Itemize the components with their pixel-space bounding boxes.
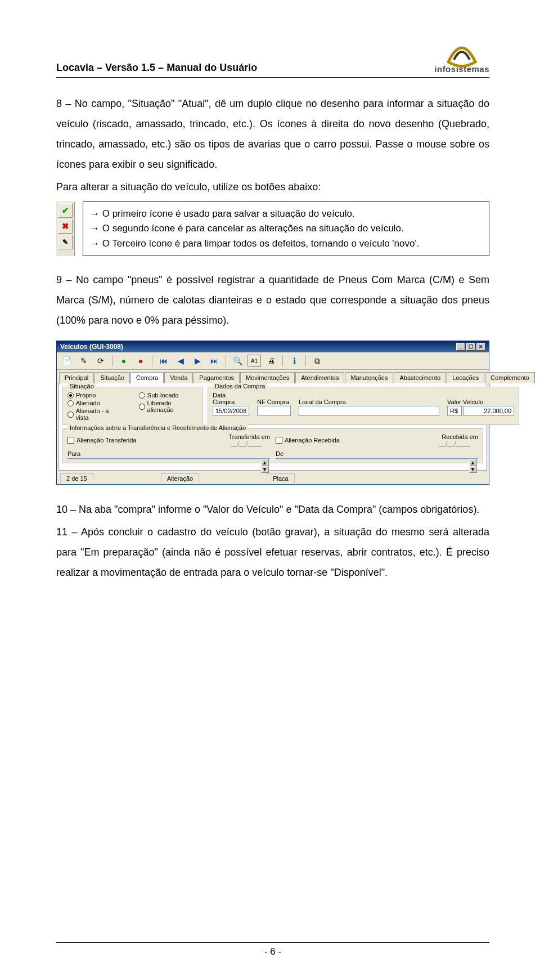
radio-proprio-label: Próprio <box>76 392 96 399</box>
dados-compra-group: Dados da Compra Data Compra 15/02/2008 N… <box>208 387 519 425</box>
valor-veiculo-label: Valor Veículo <box>447 399 514 405</box>
copy-icon[interactable]: ⧉ <box>310 355 324 367</box>
tab-venda[interactable]: Venda <box>164 372 193 383</box>
minimize-button[interactable]: _ <box>456 343 465 351</box>
swirl-icon <box>443 39 481 68</box>
cancel-situation-button[interactable]: ✖ <box>58 219 73 234</box>
record-count: 2 de 15 <box>60 473 93 483</box>
maximize-button[interactable]: ☐ <box>466 343 475 351</box>
de-textarea[interactable]: ▲ ▼ <box>276 458 478 459</box>
paragraph-11: 11 – Após concluir o cadastro do veículo… <box>56 522 489 583</box>
para-textarea[interactable]: ▲ ▼ <box>68 458 270 459</box>
paragraph-8: 8 – No campo, "Situação" "Atual", dê um … <box>56 93 489 174</box>
transferida-em-label: Transferida em <box>228 433 270 440</box>
situacao-group: Situação Próprio Alienado Alienado - à v… <box>62 387 203 425</box>
vehicle-window: Veículos (GUI-3008) _ ☐ ✕ 📄 ✎ ⟳ ● ● ⏮ ◀ … <box>56 341 489 485</box>
tab-body: Situação Próprio Alienado Alienado - à v… <box>58 383 487 471</box>
radio-alienado-label: Alienado <box>76 400 100 406</box>
data-compra-label: Data Compra <box>213 392 249 405</box>
callout-box: → O primeiro ícone é usado para salvar a… <box>83 202 489 256</box>
dados-legend: Dados da Compra <box>213 383 267 390</box>
tab-manutencoes[interactable]: Manutenções <box>345 372 393 383</box>
header-divider <box>56 77 489 78</box>
scroll-up-icon-2[interactable]: ▲ <box>469 459 477 466</box>
radio-liberado[interactable]: Liberado alienação <box>139 400 198 413</box>
record-bar: 2 de 15 Alteração Placa <box>57 472 489 484</box>
window-titlebar: Veículos (GUI-3008) _ ☐ ✕ <box>57 341 489 352</box>
scroll-down-icon-2[interactable]: ▼ <box>469 466 477 473</box>
local-compra-label: Local da Compra <box>299 399 439 405</box>
info-legend: Informações sobre a Transferência e Rece… <box>68 424 248 431</box>
situation-icon-toolbar: ✔ ✖ ✎ <box>56 202 75 256</box>
recebida-em-input[interactable]: __/__/____ <box>439 440 478 447</box>
para-label: Para <box>68 450 270 457</box>
paragraph-8b: Para alterar a situação do veículo, util… <box>56 177 489 197</box>
radio-alienado-avista[interactable]: Alienado - à vista <box>68 408 122 421</box>
radio-alienado-avista-label: Alienado - à vista <box>76 408 122 421</box>
radio-sublocado[interactable]: Sub-locado <box>139 392 198 399</box>
close-button[interactable]: ✕ <box>476 343 485 351</box>
text-tool-icon[interactable]: A1 <box>248 355 261 367</box>
record-alteracao: Alteração <box>161 473 199 483</box>
tab-principal[interactable]: Principal <box>59 372 94 383</box>
radio-sublocado-label: Sub-locado <box>147 392 179 399</box>
print-icon[interactable]: 🖨 <box>264 355 278 367</box>
tab-abastecimento[interactable]: Abastecimento <box>394 372 446 383</box>
tab-pagamentos[interactable]: Pagamentos <box>194 372 240 383</box>
search-icon[interactable]: 🔍 <box>231 355 244 367</box>
record-placa: Placa <box>267 473 295 483</box>
doc-title: Locavia – Versão 1.5 – Manual do Usuário <box>56 62 257 74</box>
valor-veiculo-input[interactable]: 22.000,00 <box>464 406 514 416</box>
info-alienacao-group: Informações sobre a Transferência e Rece… <box>62 428 483 463</box>
valor-prefix: R$ <box>447 406 462 416</box>
callout-line-2: → O segundo ícone é para cancelar as alt… <box>90 221 482 236</box>
cancel-icon[interactable]: ● <box>134 355 147 367</box>
radio-alienado[interactable]: Alienado <box>68 400 122 406</box>
brand-logo: infosistemas <box>434 39 489 74</box>
check-transferida[interactable]: Alienação Transferida <box>68 437 136 444</box>
window-title: Veículos (GUI-3008) <box>60 343 123 351</box>
recebida-em-label: Recebida em <box>442 433 478 440</box>
prev-icon[interactable]: ◀ <box>174 355 187 367</box>
check-transferida-label: Alienação Transferida <box>76 437 136 444</box>
confirm-icon[interactable]: ● <box>117 355 130 367</box>
clear-defects-button[interactable]: ✎ <box>58 235 73 249</box>
scroll-down-icon[interactable]: ▼ <box>261 466 269 473</box>
tab-complemento[interactable]: Complemento <box>485 372 534 383</box>
tab-movimentacoes[interactable]: Movimentações <box>240 372 295 383</box>
refresh-icon[interactable]: ⟳ <box>94 355 107 367</box>
info-icon[interactable]: ℹ <box>287 355 301 367</box>
page-number: - 6 - <box>264 946 281 957</box>
save-situation-button[interactable]: ✔ <box>58 203 73 218</box>
paragraph-10: 10 – Na aba "compra" informe o "Valor do… <box>56 499 489 520</box>
radio-liberado-label: Liberado alienação <box>147 400 198 413</box>
last-icon[interactable]: ⏭ <box>208 355 221 367</box>
next-icon[interactable]: ▶ <box>191 355 204 367</box>
callout-line-1: → O primeiro ícone é usado para salvar a… <box>90 207 482 221</box>
check-recebida[interactable]: Alienação Recebida <box>276 437 340 444</box>
situacao-legend: Situação <box>68 383 96 390</box>
nf-compra-input[interactable] <box>257 406 291 416</box>
tab-situacao[interactable]: Situação <box>94 372 130 383</box>
tab-atendimentos[interactable]: Atendimentos <box>295 372 344 383</box>
callout-line-3: → O Terceiro ícone é para limpar todos o… <box>90 236 482 251</box>
tab-compra[interactable]: Compra <box>130 372 164 383</box>
tab-row: Principal Situação Compra Venda Pagament… <box>57 370 489 383</box>
check-recebida-label: Alienação Recebida <box>285 437 340 444</box>
tab-locacoes[interactable]: Locações <box>447 372 484 383</box>
scroll-up-icon[interactable]: ▲ <box>261 459 269 466</box>
first-icon[interactable]: ⏮ <box>157 355 170 367</box>
new-icon[interactable]: 📄 <box>60 355 74 367</box>
paragraph-9: 9 – No campo "pneus" é possível registra… <box>56 270 489 330</box>
data-compra-input[interactable]: 15/02/2008 <box>213 406 249 416</box>
transferida-em-input[interactable]: __/__/____ <box>231 440 270 447</box>
main-toolbar: 📄 ✎ ⟳ ● ● ⏮ ◀ ▶ ⏭ 🔍 A1 🖨 ℹ ⧉ <box>57 352 489 370</box>
edit-icon[interactable]: ✎ <box>77 355 91 367</box>
de-label: De <box>276 450 478 457</box>
nf-compra-label: NF Compra <box>257 399 291 405</box>
page-footer: - 6 - <box>56 942 489 957</box>
radio-proprio[interactable]: Próprio <box>68 392 122 399</box>
local-compra-input[interactable] <box>299 406 439 416</box>
